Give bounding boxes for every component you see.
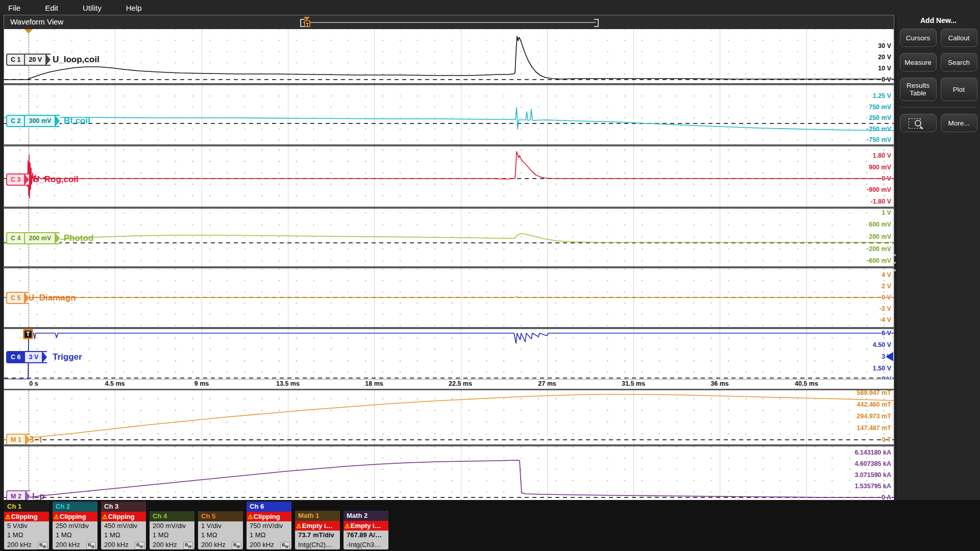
channel-status-badge-math2[interactable]: Math 2⚠Empty i…767.89 A/…-Intg(Ch3… [344, 511, 388, 549]
ch3-scale-label: 1.80 V [873, 152, 891, 159]
channel-status-badge-ch5[interactable]: Ch 51 V/div1 MΩ200 kHzBW [198, 511, 243, 550]
warning-icon: ⚠ [248, 513, 253, 520]
ch4-channel-badge[interactable]: C 4200 mV [6, 232, 60, 244]
ch2-scale-label: 1.25 V [873, 92, 891, 99]
more-button[interactable]: More... [941, 114, 977, 132]
box-zoom-button[interactable] [900, 114, 937, 132]
clipping-warning: ⚠Clipping [4, 512, 49, 521]
time-axis-label: 0 s [29, 380, 38, 387]
math1-badge-tip [25, 434, 30, 444]
callout-button[interactable]: Callout [941, 29, 977, 47]
menu-edit[interactable]: Edit [45, 4, 58, 12]
ch5-scale-label: 2 V [881, 283, 891, 290]
ch3-channel-badge[interactable]: C 3 [6, 173, 29, 186]
ch5-trace-label[interactable]: U_Diamagn [28, 293, 76, 303]
math2-channel-badge[interactable]: M 2 [6, 490, 30, 500]
oscilloscope-screen: { "menu": {"items": ["File", "Edit", "Ut… [0, 0, 980, 551]
badge-detail-row: 450 mV/div [101, 521, 146, 531]
ch1-badge-tip [45, 54, 51, 66]
ch5-channel-badge[interactable]: C 5 [6, 292, 29, 304]
ch5-badge-tip [24, 292, 29, 304]
badge-detail-row: Intg(Ch2)… [295, 540, 340, 550]
lane-ch3: 1.80 V900 mV0 V-900 mV-1.80 VC 3U_Rog,co… [4, 146, 894, 207]
ch1-trace-label[interactable]: U_loop,coil [53, 55, 100, 65]
math1-trace-label[interactable]: B_t [28, 435, 42, 444]
badge-detail-row: 750 mV/div [247, 521, 291, 531]
ch1-scale-label: 0 V [881, 76, 891, 83]
minimap-trigger-triangle-icon [304, 17, 310, 20]
ch5-waveform-trace [4, 268, 894, 327]
warning-icon: ⚠ [296, 522, 302, 530]
ch2-badge-scale: 300 mV [24, 116, 55, 126]
ch4-scale-label: -600 mV [867, 257, 891, 264]
ch4-badge-tip [55, 232, 60, 244]
math2-scale-label: 3.071590 kA [854, 471, 891, 479]
minimap-track [303, 22, 596, 23]
badge-detail-row: 200 kHzBW [198, 540, 243, 550]
ch6-scale-label: 1.50 V [873, 365, 891, 372]
math1-channel-badge[interactable]: M 1 [6, 434, 30, 444]
badge-detail-row: 200 mV/div [150, 521, 194, 531]
channel-status-badge-ch3[interactable]: Ch 3⚠Clipping450 mV/div1 MΩ200 kHzBW [101, 502, 146, 550]
math1-waveform-trace [4, 390, 894, 444]
cursors-button[interactable]: Cursors [900, 29, 937, 47]
lane-separator [4, 327, 894, 329]
plot-button[interactable]: Plot [941, 78, 977, 101]
clipping-warning: ⚠Clipping [247, 512, 291, 521]
lane-ch5: 4 V2 V0 V-2 V-4 VC 5U_Diamagn [4, 268, 894, 327]
badge-header: Ch 6 [247, 502, 291, 512]
menu-help[interactable]: Help [126, 4, 142, 12]
trigger-level-arrow-icon[interactable] [886, 352, 893, 361]
ch6-scale-label: 6 V [881, 330, 891, 337]
bandwidth-limit-icon: BW [86, 542, 96, 550]
badge-detail-row: 1 MΩ [247, 531, 291, 540]
ch2-scale-label: 750 mV [869, 104, 891, 111]
menu-utility[interactable]: Utility [83, 4, 102, 12]
ch4-badge-name: C 4 [7, 233, 24, 243]
channel-status-badge-ch1[interactable]: Ch 1⚠Clipping5 V/div1 MΩ200 kHzBW [4, 502, 49, 550]
results-table-button[interactable]: Results Table [900, 78, 937, 101]
badge-detail-row: 200 kHzBW [150, 540, 194, 550]
horizontal-position-minimap[interactable]: T [300, 18, 599, 27]
trigger-position-marker-icon[interactable] [24, 29, 33, 34]
minimap-trigger-icon[interactable]: T [304, 20, 310, 27]
trigger-source-flag-icon[interactable]: T [23, 329, 33, 339]
badge-detail-row: 200 kHzBW [101, 540, 146, 550]
badge-detail-row: 1 MΩ [198, 531, 243, 540]
search-button[interactable]: Search [941, 53, 977, 71]
warning-icon: ⚠ [54, 513, 59, 520]
menu-file[interactable]: File [8, 4, 20, 12]
waveform-view-title[interactable]: Waveform View [10, 17, 63, 26]
ch5-scale-label: -2 V [879, 305, 891, 312]
math2-trace-label[interactable]: I_p [32, 491, 45, 500]
ch3-trace-label[interactable]: U_Rog,coil [33, 174, 79, 185]
math1-scale-label: 589.947 mT [857, 390, 891, 396]
ch6-waveform-trace [4, 329, 894, 379]
ch3-waveform-trace [4, 146, 894, 207]
lane-separator [4, 207, 894, 209]
measure-button[interactable]: Measure [900, 53, 937, 71]
ch1-channel-badge[interactable]: C 120 V [6, 54, 51, 66]
waveform-plot-area[interactable]: T 30 V20 V10 V0 VC 120 VU_loop,coil1.25 … [4, 29, 894, 500]
ch6-trace-label[interactable]: Trigger [53, 352, 82, 362]
channel-status-badge-ch4[interactable]: Ch 4200 mV/div1 MΩ200 kHzBW [150, 511, 194, 550]
panel-divider [901, 107, 976, 108]
minimap-right-bracket[interactable] [594, 19, 599, 27]
badge-header: Ch 4 [150, 511, 194, 521]
waveform-window: Waveform View T T 30 V20 V10 V0 VC 120 V… [4, 15, 894, 500]
ch5-scale-label: 0 V [881, 294, 891, 301]
ch2-channel-badge[interactable]: C 2300 mV [6, 115, 60, 127]
ch6-channel-badge[interactable]: C 63 V [6, 351, 47, 363]
channel-status-badge-ch6[interactable]: Ch 6⚠Clipping750 mV/div1 MΩ200 kHzBW [247, 502, 291, 550]
math2-scale-label: 6.143180 kA [854, 449, 891, 456]
badge-detail-row: 1 MΩ [150, 531, 194, 540]
badge-header: Ch 3 [101, 502, 146, 512]
channel-status-badge-math1[interactable]: Math 1⚠Empty i…73.7 mT/divIntg(Ch2)… [295, 511, 340, 549]
clipping-warning: ⚠Clipping [53, 512, 97, 521]
ch1-badge-name: C 1 [7, 55, 24, 65]
waveform-tab-bar: Waveform View T [4, 15, 894, 30]
lane-separator [4, 83, 894, 85]
channel-status-badge-ch2[interactable]: Ch 2⚠Clipping250 mV/div1 MΩ200 kHzBW [53, 502, 97, 550]
panel-splitter-handle[interactable] [893, 254, 896, 271]
ch6-scale-label: 0 V [881, 375, 891, 379]
